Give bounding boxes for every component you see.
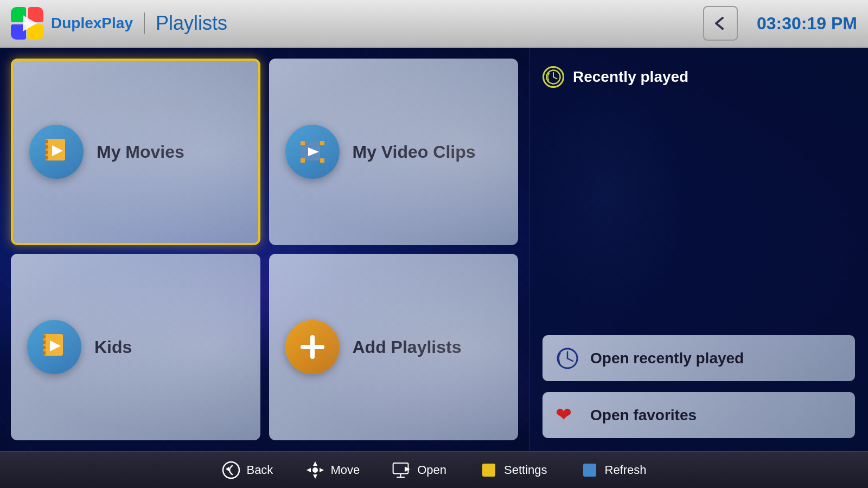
bottom-bar: Back Move Open xyxy=(0,451,868,488)
svg-rect-5 xyxy=(46,139,63,160)
svg-rect-12 xyxy=(301,141,320,160)
svg-rect-16 xyxy=(320,158,324,163)
playlist-card-add[interactable]: Add Playlists xyxy=(269,254,519,440)
playlist-card-my-video-clips[interactable]: My Video Clips xyxy=(269,59,519,245)
svg-rect-24 xyxy=(43,351,46,355)
svg-rect-8 xyxy=(46,140,48,143)
yellow-square xyxy=(482,464,495,477)
back-icon xyxy=(221,460,241,480)
bottom-refresh-button[interactable]: Refresh xyxy=(580,460,647,480)
title-separator xyxy=(144,12,145,34)
refresh-blue-square-icon xyxy=(580,460,599,480)
svg-line-29 xyxy=(553,77,557,79)
svg-marker-36 xyxy=(226,467,229,471)
playlist-card-kids[interactable]: Kids xyxy=(11,254,260,440)
kids-label: Kids xyxy=(94,337,132,357)
svg-rect-10 xyxy=(46,151,48,154)
refresh-label: Refresh xyxy=(605,463,647,477)
recently-played-section: Recently played xyxy=(542,61,855,93)
svg-marker-7 xyxy=(52,145,63,156)
open-recently-played-icon xyxy=(556,346,579,370)
bottom-settings-button[interactable]: Settings xyxy=(479,460,547,480)
bottom-back-button[interactable]: Back xyxy=(221,460,273,480)
recently-played-clock-icon xyxy=(542,66,564,88)
right-panel: Recently played Open recently played ❤ O… xyxy=(529,48,868,451)
svg-marker-40 xyxy=(320,468,324,472)
svg-marker-37 xyxy=(313,461,317,466)
back-button[interactable] xyxy=(703,6,738,41)
svg-rect-6 xyxy=(48,139,65,160)
add-playlists-icon xyxy=(285,320,340,374)
my-video-clips-icon xyxy=(285,125,340,179)
duplex-play-logo xyxy=(11,7,43,40)
svg-marker-38 xyxy=(313,474,317,479)
open-label: Open xyxy=(417,463,446,477)
settings-yellow-square-icon xyxy=(479,460,499,480)
svg-rect-14 xyxy=(320,141,324,145)
svg-marker-45 xyxy=(405,466,410,472)
open-recently-played-button[interactable]: Open recently played xyxy=(542,335,855,381)
open-favorites-button[interactable]: ❤ Open favorites xyxy=(542,392,855,438)
svg-line-33 xyxy=(567,358,573,361)
svg-rect-9 xyxy=(46,145,48,149)
svg-rect-11 xyxy=(46,156,48,159)
open-icon xyxy=(392,460,412,480)
panel-spacer xyxy=(542,104,855,324)
open-recently-played-label: Open recently played xyxy=(590,350,744,367)
blue-square xyxy=(583,464,596,477)
svg-rect-15 xyxy=(301,158,305,163)
kids-icon xyxy=(27,320,81,374)
header: DuplexPlay Playlists 03:30:19 PM xyxy=(0,0,868,48)
clock-display: 03:30:19 PM xyxy=(749,14,857,34)
move-icon xyxy=(305,460,325,480)
my-video-clips-label: My Video Clips xyxy=(353,142,476,162)
bottom-open-button[interactable]: Open xyxy=(392,460,446,480)
svg-rect-22 xyxy=(43,341,46,344)
playlists-grid: My Movies My Video Clips xyxy=(0,48,529,451)
svg-rect-13 xyxy=(301,141,305,145)
favorites-heart-icon: ❤ xyxy=(556,403,579,427)
main-area: My Movies My Video Clips xyxy=(0,48,868,451)
svg-rect-23 xyxy=(43,346,46,349)
brand-name: DuplexPlay xyxy=(51,15,133,32)
bottom-move-button[interactable]: Move xyxy=(305,460,360,480)
my-movies-label: My Movies xyxy=(97,142,184,162)
svg-rect-18 xyxy=(43,334,61,356)
svg-rect-19 xyxy=(46,334,63,356)
page-title: Playlists xyxy=(156,12,227,35)
playlist-card-my-movies[interactable]: My Movies xyxy=(11,59,260,245)
add-playlists-label: Add Playlists xyxy=(353,337,462,357)
my-movies-icon xyxy=(29,125,84,179)
svg-marker-39 xyxy=(307,468,311,472)
svg-point-35 xyxy=(223,462,239,478)
settings-label: Settings xyxy=(504,463,547,477)
back-label: Back xyxy=(246,463,273,477)
svg-marker-17 xyxy=(308,147,319,156)
svg-rect-21 xyxy=(43,335,46,338)
move-label: Move xyxy=(330,463,360,477)
logo-container: DuplexPlay xyxy=(11,7,133,40)
svg-point-41 xyxy=(312,467,318,473)
svg-marker-20 xyxy=(50,341,61,351)
recently-played-title: Recently played xyxy=(573,68,688,86)
open-favorites-label: Open favorites xyxy=(590,407,697,424)
